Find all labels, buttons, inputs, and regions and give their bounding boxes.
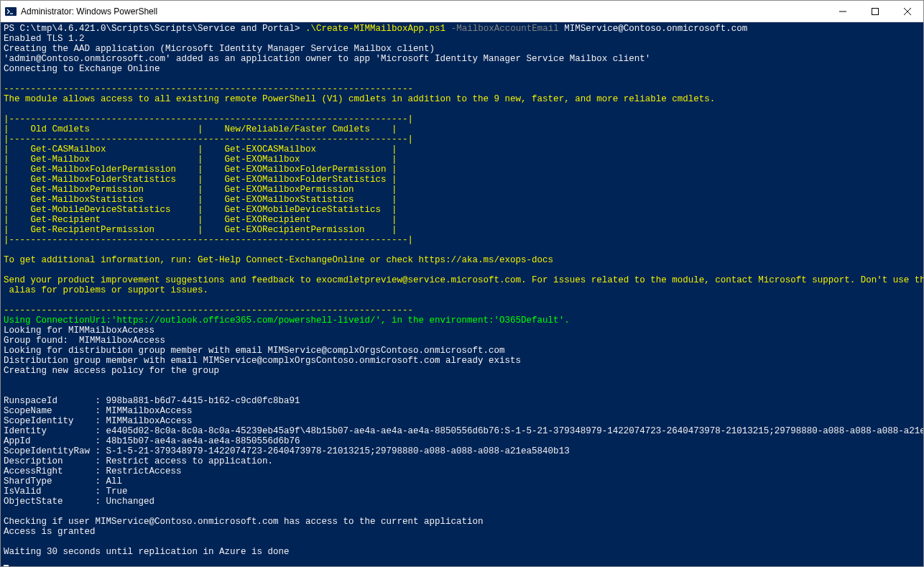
maximize-button[interactable] bbox=[859, 1, 891, 22]
titlebar-left: Administrator: Windows PowerShell bbox=[1, 6, 157, 17]
window-title: Administrator: Windows PowerShell bbox=[21, 6, 157, 17]
window-controls bbox=[826, 1, 923, 22]
powershell-icon bbox=[5, 6, 17, 17]
powershell-window: Administrator: Windows PowerShell PS C:\… bbox=[0, 0, 924, 567]
svg-rect-0 bbox=[5, 7, 17, 16]
svg-rect-3 bbox=[872, 8, 878, 14]
minimize-button[interactable] bbox=[826, 1, 859, 22]
terminal-output[interactable]: PS C:\tmp\4.6.421.0\Scripts\Scripts\Serv… bbox=[1, 22, 923, 566]
close-button[interactable] bbox=[891, 1, 923, 22]
titlebar[interactable]: Administrator: Windows PowerShell bbox=[1, 1, 923, 22]
